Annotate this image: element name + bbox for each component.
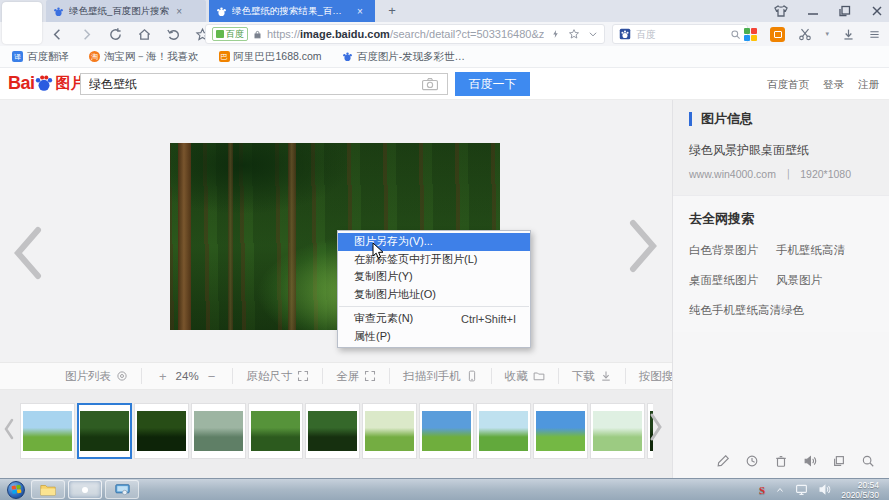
bookmark-label: 百度图片-发现多彩世…: [357, 50, 466, 64]
thumb-green-hills[interactable]: [362, 403, 417, 459]
close-button[interactable]: [869, 3, 885, 19]
volume-icon[interactable]: [818, 483, 831, 496]
new-tab-button[interactable]: +: [383, 3, 401, 19]
menu-item-copy-image[interactable]: 复制图片(Y): [338, 268, 530, 286]
browser-logo[interactable]: [2, 2, 42, 44]
thumb-field-sky[interactable]: [20, 403, 75, 459]
lightning-icon[interactable]: [551, 28, 560, 40]
menu-item-inspect-element[interactable]: 审查元素(N) Ctrl+Shift+I: [338, 310, 530, 328]
windows-taskbar: S 20:54 2020/5/30: [0, 478, 889, 500]
taskbar-browser-active[interactable]: [68, 480, 102, 499]
thumb-blue-sky-field[interactable]: [533, 403, 588, 459]
thumbnail-strip: [0, 390, 672, 478]
speaker-icon[interactable]: [803, 454, 817, 468]
thumb-deep-forest[interactable]: [305, 403, 360, 459]
sogou-tray-icon[interactable]: S: [759, 484, 765, 496]
image-search-input[interactable]: [81, 77, 421, 91]
window-restore-icon[interactable]: [832, 454, 846, 468]
taskbar-media-app[interactable]: [105, 480, 139, 499]
annotate-pen-icon[interactable]: [716, 454, 730, 468]
maximize-button[interactable]: [837, 3, 853, 19]
trash-icon[interactable]: [774, 454, 788, 468]
chevron-down-icon[interactable]: [588, 29, 598, 39]
image-title[interactable]: 绿色风景护眼桌面壁纸: [689, 142, 873, 159]
undo-icon[interactable]: [166, 27, 181, 42]
network-monitor-icon[interactable]: [795, 483, 808, 496]
zoom-in-button[interactable]: +: [155, 369, 171, 384]
bookmark-star-icon[interactable]: [568, 28, 580, 40]
bookmark-label: 百度翻译: [27, 50, 69, 64]
bookmark-baidu-translate[interactable]: 译 百度翻译: [12, 50, 69, 64]
related-link[interactable]: 风景图片: [776, 273, 822, 288]
search-input[interactable]: [636, 29, 725, 40]
apps-grid-icon[interactable]: [744, 28, 757, 41]
related-link[interactable]: 桌面壁纸图片: [689, 273, 758, 288]
thumb-soft-green[interactable]: [590, 403, 645, 459]
menu-hamburger-icon[interactable]: [868, 29, 881, 40]
bookmark-baidu-images[interactable]: 百度图片-发现多彩世…: [342, 50, 466, 64]
tab-close-icon[interactable]: ×: [357, 6, 363, 17]
thumbs-scroll-left-icon[interactable]: [3, 418, 15, 440]
camera-search-icon[interactable]: [421, 77, 439, 91]
download-button[interactable]: 下载: [559, 368, 626, 384]
menu-item-save-image-as[interactable]: 图片另存为(V)...: [338, 233, 530, 251]
history-icon[interactable]: [745, 454, 759, 468]
related-link[interactable]: 白色背景图片: [689, 243, 758, 258]
link-baidu-home[interactable]: 百度首页: [767, 78, 809, 92]
taskbar-clock[interactable]: 20:54 2020/5/30: [841, 480, 883, 500]
taskbar-file-explorer[interactable]: [31, 480, 65, 499]
extension-orange-icon[interactable]: [770, 27, 785, 42]
related-link[interactable]: 纯色手机壁纸高清绿色: [689, 303, 804, 318]
related-link[interactable]: 手机壁纸高清: [776, 243, 845, 258]
bookmark-1688[interactable]: 巴 阿里巴巴1688.com: [219, 50, 322, 64]
scissors-dropdown-caret[interactable]: ▾: [825, 30, 829, 38]
screenshot-scissors-icon[interactable]: [798, 27, 812, 41]
tab-image-detail-active[interactable]: 绿色壁纸的搜索结果_百度图片 ×: [209, 0, 375, 22]
thumb-sun-field[interactable]: [476, 403, 531, 459]
zoom-out-button[interactable]: −: [204, 369, 220, 384]
thumbs-scroll-right-icon[interactable]: [648, 412, 664, 442]
baidu-search-button[interactable]: 百度一下: [455, 72, 530, 96]
thumb-jungle[interactable]: [248, 403, 303, 459]
image-list-button[interactable]: 图片列表: [52, 368, 142, 384]
theme-skin-icon[interactable]: [773, 3, 789, 19]
previous-image-arrow[interactable]: [10, 225, 44, 281]
bookmark-taobao[interactable]: 淘 淘宝网－海！我喜欢: [89, 50, 199, 64]
image-source[interactable]: www.win4000.com: [689, 168, 776, 180]
image-viewer: 图片另存为(V)... 在新标签页中打开图片(L) 复制图片(Y) 复制图片地址…: [0, 100, 672, 362]
forward-icon[interactable]: [79, 27, 94, 42]
browser-search-box[interactable]: [612, 24, 748, 44]
baidu-images-logo[interactable]: Bai 图片: [8, 72, 86, 94]
thumb-dark-leaves[interactable]: [134, 403, 189, 459]
thumb-forest-selected[interactable]: [77, 403, 132, 459]
menu-item-copy-image-address[interactable]: 复制图片地址(O): [338, 286, 530, 304]
tab-title: 绿色壁纸_百度图片搜索: [69, 5, 169, 18]
baidu-page-header: Bai 图片 百度一下 百度首页 登录 注册: [0, 68, 889, 100]
fullscreen-button[interactable]: 全屏: [323, 368, 390, 384]
reload-icon[interactable]: [108, 27, 123, 42]
minimize-button[interactable]: [805, 3, 821, 19]
tab-close-icon[interactable]: ×: [176, 6, 182, 17]
magnifier-icon[interactable]: [861, 454, 875, 468]
home-icon[interactable]: [137, 27, 152, 42]
thumb-misty-mountains[interactable]: [191, 403, 246, 459]
download-manager-icon[interactable]: [842, 28, 855, 41]
bookmark-label: 淘宝网－海！我喜欢: [104, 50, 199, 64]
menu-item-open-image-new-tab[interactable]: 在新标签页中打开图片(L): [338, 251, 530, 269]
bookmark-label: 阿里巴巴1688.com: [234, 50, 322, 64]
link-login[interactable]: 登录: [823, 78, 844, 92]
link-register[interactable]: 注册: [858, 78, 879, 92]
scan-to-phone-button[interactable]: 扫描到手机: [390, 368, 492, 384]
next-image-arrow[interactable]: [627, 218, 661, 274]
menu-item-properties[interactable]: 属性(P): [338, 328, 530, 346]
tray-expand-caret-icon[interactable]: [775, 486, 785, 494]
original-size-button[interactable]: 原始尺寸: [233, 368, 323, 384]
back-icon[interactable]: [50, 27, 65, 42]
thumb-sky-field[interactable]: [419, 403, 474, 459]
address-bar[interactable]: 百度 https://image.baidu.com/search/detail…: [205, 24, 605, 44]
start-button[interactable]: [7, 481, 25, 499]
tab-search-results-page[interactable]: 绿色壁纸_百度图片搜索 ×: [46, 0, 206, 22]
favorite-button[interactable]: 收藏: [492, 368, 559, 384]
search-magnifier-icon[interactable]: [730, 29, 741, 40]
context-menu: 图片另存为(V)... 在新标签页中打开图片(L) 复制图片(Y) 复制图片地址…: [337, 230, 531, 348]
